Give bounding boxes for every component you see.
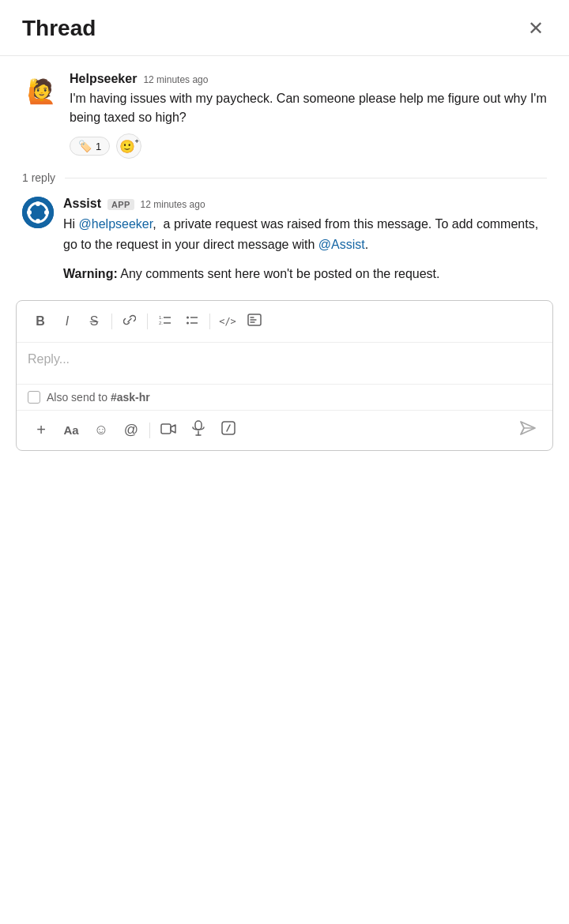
mention-helpseeker[interactable]: @helpseeker: [79, 217, 153, 231]
video-button[interactable]: [155, 417, 182, 444]
add-reaction-button[interactable]: 🙂+: [116, 133, 141, 159]
svg-text:1.: 1.: [159, 315, 163, 320]
reply-input-area[interactable]: Reply...: [17, 343, 552, 384]
svg-point-5: [44, 210, 49, 215]
unordered-list-button[interactable]: [179, 309, 205, 334]
toolbar-divider-1: [111, 314, 112, 329]
divider-line: [65, 178, 547, 178]
code-block-icon: [247, 314, 262, 329]
send-icon: [520, 421, 536, 439]
link-icon: [123, 314, 136, 329]
assist-message-text: Hi @helpseeker, a private request was ra…: [63, 214, 547, 254]
warning-text: Warning: Any comments sent here won't be…: [63, 264, 547, 284]
reaction-count: 1: [96, 141, 101, 152]
svg-point-4: [27, 210, 32, 215]
message-body-helpseeker: Helpseeker 12 minutes ago I'm having iss…: [70, 72, 547, 159]
warning-body: Any comments sent here won't be posted o…: [118, 267, 440, 280]
video-icon: [160, 422, 176, 438]
toolbar-divider-2: [147, 314, 148, 329]
message-assist: Assist APP 12 minutes ago Hi @helpseeker…: [22, 197, 547, 284]
close-button[interactable]: ✕: [525, 16, 547, 41]
send-to-channel-checkbox[interactable]: [28, 391, 40, 404]
send-to-text: Also send to: [47, 391, 107, 404]
mention-button[interactable]: @: [118, 417, 145, 444]
reactions-helpseeker: 🏷️ 1 🙂+: [70, 133, 547, 159]
emoji-button[interactable]: ☺: [88, 417, 115, 444]
reaction-ticket-button[interactable]: 🏷️ 1: [70, 137, 110, 156]
message-body-assist: Assist APP 12 minutes ago Hi @helpseeker…: [63, 197, 547, 284]
svg-text:2.: 2.: [159, 321, 163, 325]
thread-header: Thread ✕: [0, 0, 569, 56]
mention-assist[interactable]: @Assist: [318, 238, 365, 251]
italic-icon: I: [66, 314, 69, 329]
sender-name-helpseeker: Helpseeker: [70, 72, 137, 86]
warning-label: Warning:: [63, 267, 118, 280]
message-header-assist: Assist APP 12 minutes ago: [63, 197, 547, 211]
reaction-emoji: 🏷️: [78, 140, 92, 152]
reply-box: B I S 1. 2.: [16, 300, 553, 451]
emoji-icon: ☺: [94, 422, 108, 438]
audio-button[interactable]: [185, 417, 212, 444]
sender-name-assist: Assist: [63, 197, 101, 211]
bold-button[interactable]: B: [28, 309, 53, 334]
format-text-button[interactable]: Aa: [58, 417, 85, 444]
message-text-helpseeker: I'm having issues with my paycheck. Can …: [70, 89, 547, 127]
timestamp-assist: 12 minutes ago: [141, 199, 205, 210]
ordered-list-icon: 1. 2.: [159, 314, 171, 329]
reply-toolbar: B I S 1. 2.: [17, 301, 552, 343]
replies-divider: 1 reply: [22, 171, 547, 184]
svg-rect-18: [161, 424, 171, 434]
code-button[interactable]: </>: [215, 309, 240, 334]
svg-rect-19: [195, 421, 202, 430]
app-badge: APP: [107, 199, 134, 210]
message-helpseeker: 🙋 Helpseeker 12 minutes ago I'm having i…: [22, 72, 547, 159]
ordered-list-button[interactable]: 1. 2.: [153, 309, 178, 334]
unordered-list-icon: [186, 314, 198, 329]
assist-body-part2: .: [365, 238, 368, 251]
link-button[interactable]: [117, 309, 142, 334]
svg-point-10: [187, 317, 189, 319]
strikethrough-button[interactable]: S: [81, 309, 107, 334]
send-to-label: Also send to #ask-hr: [47, 391, 150, 404]
slash-icon: [221, 421, 236, 439]
toolbar-divider-3: [209, 314, 210, 329]
avatar-helpseeker: 🙋: [22, 72, 60, 110]
italic-button[interactable]: I: [55, 309, 80, 334]
messages-area: 🙋 Helpseeker 12 minutes ago I'm having i…: [0, 56, 569, 284]
code-icon: </>: [219, 316, 236, 327]
send-button[interactable]: [514, 417, 541, 444]
reply-placeholder[interactable]: Reply...: [28, 352, 541, 366]
svg-point-11: [187, 322, 189, 325]
bold-icon: B: [36, 314, 45, 329]
slash-command-button[interactable]: [215, 417, 242, 444]
timestamp-helpseeker: 12 minutes ago: [143, 74, 208, 85]
add-button[interactable]: +: [28, 417, 55, 444]
add-reaction-icon: 🙂+: [119, 139, 139, 154]
code-block-button[interactable]: [242, 309, 267, 334]
svg-line-23: [227, 425, 230, 431]
avatar-assist: [22, 197, 54, 228]
svg-point-2: [36, 201, 40, 206]
channel-name: #ask-hr: [111, 391, 150, 404]
message-header-helpseeker: Helpseeker 12 minutes ago: [70, 72, 547, 86]
replies-count: 1 reply: [22, 171, 55, 184]
actions-divider: [149, 423, 150, 438]
microphone-icon: [192, 420, 205, 440]
send-to-channel-row: Also send to #ask-hr: [17, 384, 552, 410]
plus-icon: +: [36, 421, 46, 439]
svg-point-3: [36, 219, 40, 223]
at-icon: @: [124, 422, 138, 438]
strikethrough-icon: S: [90, 314, 99, 329]
page-title: Thread: [22, 16, 96, 41]
reply-actions-bar: + Aa ☺ @: [17, 410, 552, 450]
format-text-icon: Aa: [63, 423, 78, 437]
